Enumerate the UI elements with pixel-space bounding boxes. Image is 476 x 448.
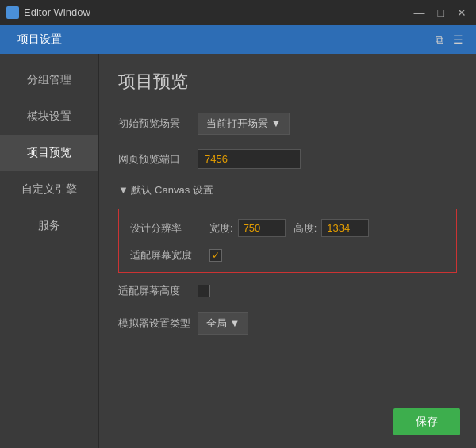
fit-width-row: 适配屏幕宽度 (130, 248, 445, 262)
window-title: Editor Window (24, 6, 411, 18)
sidebar-item-service[interactable]: 服务 (0, 208, 98, 244)
window-controls: — □ ✕ (411, 7, 470, 18)
resolution-label: 设计分辨率 (130, 221, 209, 235)
minimize-button[interactable]: — (411, 7, 428, 18)
web-port-row: 网页预览端口 (118, 149, 457, 169)
sidebar-item-group-mgmt[interactable]: 分组管理 (0, 62, 98, 98)
sidebar: 分组管理 模块设置 项目预览 自定义引擎 服务 (0, 54, 99, 448)
start-scene-row: 初始预览场景 当前打开场景 ▼ (118, 113, 457, 135)
fit-height-label: 适配屏幕高度 (118, 284, 198, 298)
page-title: 项目预览 (118, 70, 457, 94)
canvas-settings-box: 设计分辨率 宽度: 高度: 适配屏幕宽度 (118, 209, 457, 273)
fit-height-row: 适配屏幕高度 (118, 284, 457, 298)
tab-project-settings[interactable]: 项目设置 (10, 28, 70, 52)
simulator-dropdown[interactable]: 全局 ▼ (198, 312, 248, 335)
web-port-label: 网页预览端口 (118, 152, 198, 167)
restore-icon[interactable]: ⧉ (432, 33, 447, 47)
sidebar-item-project-preview[interactable]: 项目预览 (0, 135, 98, 171)
content-area: 项目预览 初始预览场景 当前打开场景 ▼ 网页预览端口 ▼ 默认 Canvas … (99, 54, 476, 448)
canvas-section-header: ▼ 默认 Canvas 设置 (118, 183, 457, 197)
canvas-section-label: ▼ 默认 Canvas 设置 (118, 183, 213, 197)
start-scene-dropdown[interactable]: 当前打开场景 ▼ (198, 113, 290, 135)
simulator-row: 模拟器设置类型 全局 ▼ (118, 312, 457, 335)
web-port-input[interactable] (198, 149, 301, 169)
close-button[interactable]: ✕ (454, 7, 470, 18)
width-label: 宽度: (209, 221, 233, 235)
simulator-label: 模拟器设置类型 (118, 316, 198, 331)
maximize-button[interactable]: □ (435, 7, 447, 18)
top-bar-icons: ⧉ ☰ (432, 33, 466, 47)
menu-icon[interactable]: ☰ (450, 33, 466, 46)
fit-width-label: 适配屏幕宽度 (130, 248, 209, 262)
fit-width-checkbox-wrap (209, 249, 222, 262)
title-bar: Editor Window — □ ✕ (0, 0, 476, 25)
height-input[interactable] (321, 219, 369, 237)
top-tab-bar: 项目设置 ⧉ ☰ (0, 25, 476, 54)
app-icon (6, 6, 19, 19)
resolution-row: 设计分辨率 宽度: 高度: (130, 219, 445, 237)
main-area: 分组管理 模块设置 项目预览 自定义引擎 服务 项目预览 初始预览场景 当前打开… (0, 54, 476, 448)
sidebar-item-module-settings[interactable]: 模块设置 (0, 98, 98, 135)
sidebar-item-custom-engine[interactable]: 自定义引擎 (0, 171, 98, 208)
save-btn-wrap: 保存 (393, 408, 460, 435)
start-scene-label: 初始预览场景 (118, 117, 198, 131)
width-input[interactable] (238, 219, 286, 237)
fit-height-checkbox[interactable] (198, 285, 210, 297)
save-button[interactable]: 保存 (393, 408, 460, 435)
height-label: 高度: (294, 221, 317, 235)
fit-width-checkbox[interactable] (209, 249, 222, 262)
